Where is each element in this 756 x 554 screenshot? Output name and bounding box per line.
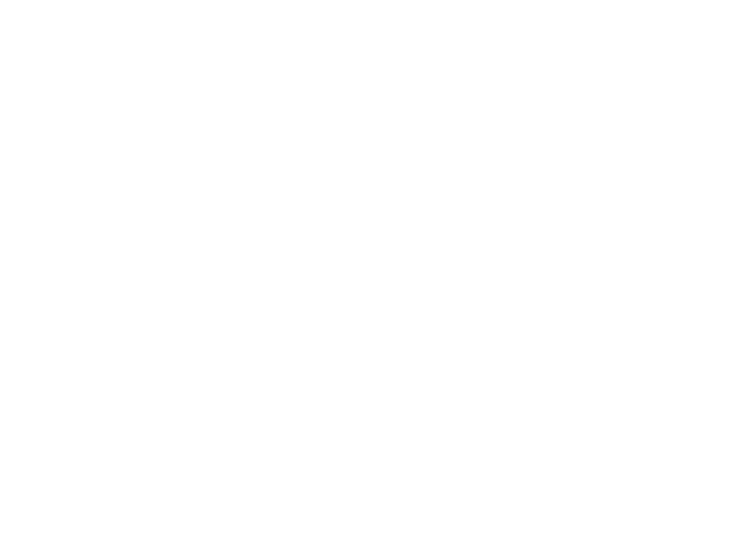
- seismogram-plot: [0, 0, 756, 554]
- helicorder-page: [0, 0, 756, 554]
